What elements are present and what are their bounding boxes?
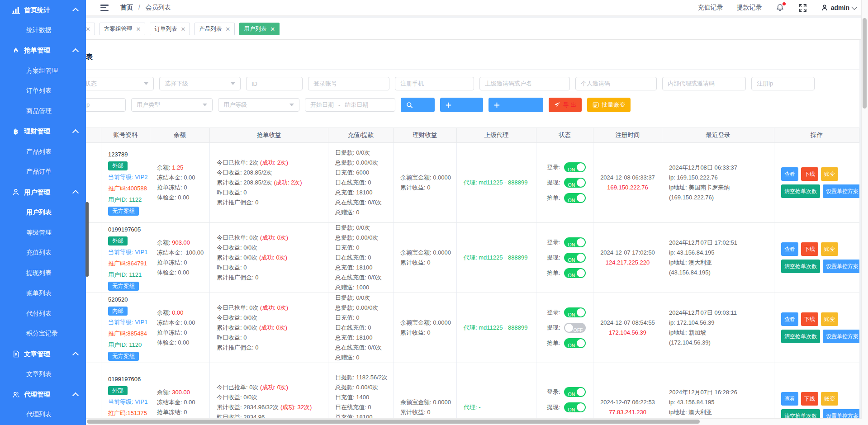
plan-badge[interactable]: 无方案组 <box>108 207 139 216</box>
tab-close-icon[interactable]: ✕ <box>85 26 90 32</box>
action-账变[interactable]: 账变 <box>821 392 838 406</box>
sidebar-scrollbar-thumb[interactable] <box>85 202 89 277</box>
button-添加用户[interactable]: 添加用户 <box>440 98 483 112</box>
table-row: 0199197606外部当前等级: VIP1推广码:151375用户ID: 11… <box>54 363 859 419</box>
filter-input-登录账号[interactable]: 登录账号 <box>308 77 389 90</box>
sidebar-item-方案组管理[interactable]: 方案组管理 <box>0 61 86 81</box>
tab-用户列表[interactable]: 用户列表✕ <box>239 23 280 35</box>
withdraw-records-link[interactable]: 提款记录 <box>737 4 762 12</box>
toggle-抢单:[interactable]: ON <box>564 193 586 203</box>
filter-input-内部代理或邀请码[interactable]: 内部代理或邀请码 <box>662 77 746 90</box>
sidebar-item-提现列表[interactable]: 提现列表 <box>0 263 86 283</box>
tab-产品列表[interactable]: 产品列表✕ <box>194 23 235 35</box>
tabs-container: ✕方案组管理✕订单列表✕产品列表✕用户列表✕ <box>0 18 868 35</box>
sidebar-item-产品订单[interactable]: 产品订单 <box>0 162 86 182</box>
tab-订单列表[interactable]: 订单列表✕ <box>150 23 190 35</box>
filter-input-ID[interactable]: ID <box>246 77 303 90</box>
sidebar-section-用户管理[interactable]: 用户管理 <box>0 182 86 203</box>
last-login-cell: 2024年12月07日 09:03:11ip: 172.104.56.39ip地… <box>662 293 774 363</box>
page-vertical-scrollbar[interactable] <box>861 0 868 425</box>
action-下线[interactable]: 下线 <box>801 312 818 326</box>
action-查看[interactable]: 查看 <box>781 242 798 256</box>
sidebar-item-账单列表[interactable]: 账单列表 <box>0 283 86 304</box>
toggle-提现:[interactable]: ON <box>564 253 586 263</box>
vertical-scrollbar-thumb[interactable] <box>863 18 867 109</box>
tab-close-icon[interactable]: ✕ <box>270 26 275 32</box>
tab-close-icon[interactable]: ✕ <box>225 26 230 32</box>
tab-方案组管理[interactable]: 方案组管理✕ <box>100 23 145 35</box>
sidebar-item-商品管理[interactable]: 商品管理 <box>0 101 86 122</box>
sidebar-item-等级管理[interactable]: 等级管理 <box>0 222 86 243</box>
toggle-抢单:[interactable]: ON <box>564 338 586 348</box>
sidebar-section-理财管理[interactable]: ฿理财管理 <box>0 122 86 142</box>
button-导出[interactable]: 导 出 <box>549 98 582 112</box>
action-账变[interactable]: 账变 <box>821 242 838 256</box>
filter-select-选择下级[interactable]: 选择下级 <box>159 77 241 90</box>
action-查看[interactable]: 查看 <box>781 167 798 181</box>
action-设置单控方案[interactable]: 设置单控方案 <box>823 184 859 198</box>
action-清空抢单次数[interactable]: 清空抢单次数 <box>781 409 820 419</box>
action-设置单控方案[interactable]: 设置单控方案 <box>823 409 859 419</box>
plan-badge[interactable]: 无方案组 <box>108 352 139 361</box>
filter-input-上级邀请码或户名[interactable]: 上级邀请码或户名 <box>479 77 570 90</box>
toggle-抢单:[interactable]: ON <box>564 268 586 278</box>
action-下线[interactable]: 下线 <box>801 242 818 256</box>
tab-close-icon[interactable]: ✕ <box>136 26 141 32</box>
button-搜索[interactable]: 搜 索 <box>401 98 435 112</box>
notification-dot <box>783 2 786 5</box>
recharge-records-link[interactable]: 充值记录 <box>698 4 723 12</box>
horizontal-scrollbar-thumb[interactable] <box>87 420 700 424</box>
plan-badge[interactable]: 无方案组 <box>108 282 139 291</box>
sidebar-toggle-icon[interactable] <box>100 5 109 11</box>
sidebar-item-代理列表[interactable]: 代理列表 <box>0 405 86 425</box>
action-账变[interactable]: 账变 <box>821 312 838 326</box>
sidebar-item-积分宝记录[interactable]: 积分宝记录 <box>0 324 86 344</box>
sidebar-section-文章管理[interactable]: 文章管理 <box>0 344 86 364</box>
sidebar-item-文章列表[interactable]: 文章列表 <box>0 364 86 385</box>
breadcrumb-home[interactable]: 首页 <box>120 4 133 11</box>
filter-select-用户等级[interactable]: 用户等级 <box>218 98 299 112</box>
sidebar-item-充值列表[interactable]: 充值列表 <box>0 243 86 263</box>
filter-input-注册手机[interactable]: 注册手机 <box>395 77 474 90</box>
sidebar-item-用户列表[interactable]: 用户列表 <box>0 203 86 223</box>
sidebar-section-代理管理[interactable]: 代理管理 <box>0 384 86 405</box>
filter-daterange[interactable]: 开始日期-结束日期 <box>305 98 395 112</box>
button-批量添加用户[interactable]: 批量添加用户 <box>489 98 543 112</box>
action-清空抢单次数[interactable]: 清空抢单次数 <box>781 260 820 273</box>
sidebar-item-统计数据[interactable]: 统计数据 <box>0 20 86 41</box>
action-设置单控方案[interactable]: 设置单控方案 <box>823 260 859 273</box>
toggle-登录:[interactable]: ON <box>564 162 586 172</box>
action-查看[interactable]: 查看 <box>781 392 798 406</box>
sidebar-item-订单列表[interactable]: 订单列表 <box>0 81 86 101</box>
admin-menu[interactable]: admin <box>821 4 856 11</box>
fullscreen-icon[interactable] <box>798 3 807 12</box>
filter-input-个人邀请码[interactable]: 个人邀请码 <box>575 77 657 90</box>
toggle-登录:[interactable]: ON <box>564 237 586 247</box>
action-下线[interactable]: 下线 <box>801 392 818 406</box>
sidebar-item-产品列表[interactable]: 产品列表 <box>0 142 86 162</box>
action-查看[interactable]: 查看 <box>781 312 798 326</box>
sidebar-section-首页统计[interactable]: 首页统计 <box>0 0 86 20</box>
action-清空抢单次数[interactable]: 清空抢单次数 <box>781 330 820 343</box>
action-设置单控方案[interactable]: 设置单控方案 <box>823 330 859 343</box>
filter-select-用户类型[interactable]: 用户类型 <box>131 98 213 112</box>
action-账变[interactable]: 账变 <box>821 167 838 181</box>
sidebar-item-代付列表[interactable]: 代付列表 <box>0 303 86 324</box>
tab-close-icon[interactable]: ✕ <box>180 26 185 32</box>
action-下线[interactable]: 下线 <box>801 167 818 181</box>
toggle-登录:[interactable]: ON <box>564 387 586 397</box>
toggle-提现:[interactable]: ON <box>564 178 586 188</box>
page-horizontal-scrollbar[interactable] <box>86 418 862 425</box>
toggle-提现:[interactable]: ON <box>564 402 586 412</box>
toggle-提现:[interactable]: OFF <box>564 323 586 333</box>
promo-code: 推广码:151375 <box>108 408 148 418</box>
filter-input-注册ip[interactable]: 注册ip <box>751 77 815 90</box>
action-清空抢单次数[interactable]: 清空抢单次数 <box>781 184 820 198</box>
bell-icon[interactable] <box>776 3 785 12</box>
button-批量账变[interactable]: 批量账变 <box>587 98 631 112</box>
username: 520520 <box>108 295 148 305</box>
toggle-登录:[interactable]: ON <box>564 307 586 317</box>
user-type-badge: 内部 <box>108 307 128 316</box>
sidebar-section-抢单管理[interactable]: 抢单管理 <box>0 41 86 61</box>
finance-income-cell: 余额宝金额: 0.0000累计收益: 0 <box>394 293 457 363</box>
